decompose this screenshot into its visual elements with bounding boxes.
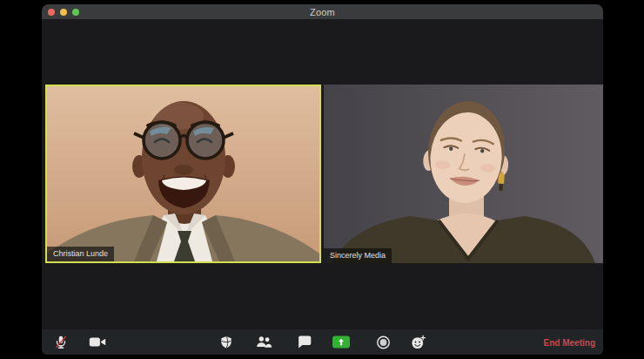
participant-name-label: Sincerely Media — [324, 248, 392, 263]
close-window-button[interactable] — [48, 9, 55, 16]
traffic-lights — [48, 4, 79, 19]
shield-icon — [219, 335, 233, 349]
fullscreen-window-button[interactable] — [72, 9, 79, 16]
participants-button[interactable] — [251, 330, 277, 354]
chat-button[interactable] — [291, 330, 317, 354]
end-meeting-button[interactable]: End Meeting — [542, 335, 597, 349]
mute-button[interactable] — [48, 330, 74, 354]
meeting-toolbar: End Meeting — [42, 329, 603, 355]
window-title: Zoom — [310, 7, 335, 17]
video-tile-christian-lunde[interactable]: Christian Lunde — [45, 85, 321, 263]
desktop: Zoom — [0, 0, 644, 359]
minimize-window-button[interactable] — [60, 9, 67, 16]
chat-bubble-icon — [297, 335, 312, 349]
security-button[interactable] — [213, 330, 239, 354]
reactions-button[interactable] — [405, 330, 431, 354]
title-bar[interactable]: Zoom — [42, 4, 603, 19]
participant-video-woman — [324, 85, 603, 263]
record-button[interactable] — [370, 330, 396, 354]
video-button[interactable] — [84, 330, 111, 354]
participant-video-man — [47, 86, 319, 261]
share-screen-icon — [332, 336, 350, 349]
microphone-muted-icon — [53, 335, 69, 350]
video-camera-icon — [89, 335, 106, 349]
record-icon — [376, 335, 391, 349]
video-grid: Christian Lunde — [45, 85, 603, 263]
share-screen-button[interactable] — [328, 330, 354, 354]
video-tile-sincerely-media[interactable]: Sincerely Media — [324, 85, 603, 263]
participant-name-label: Christian Lunde — [47, 247, 114, 261]
zoom-window: Zoom — [42, 4, 603, 355]
participants-icon — [256, 335, 272, 349]
reactions-smiley-icon — [410, 335, 426, 350]
